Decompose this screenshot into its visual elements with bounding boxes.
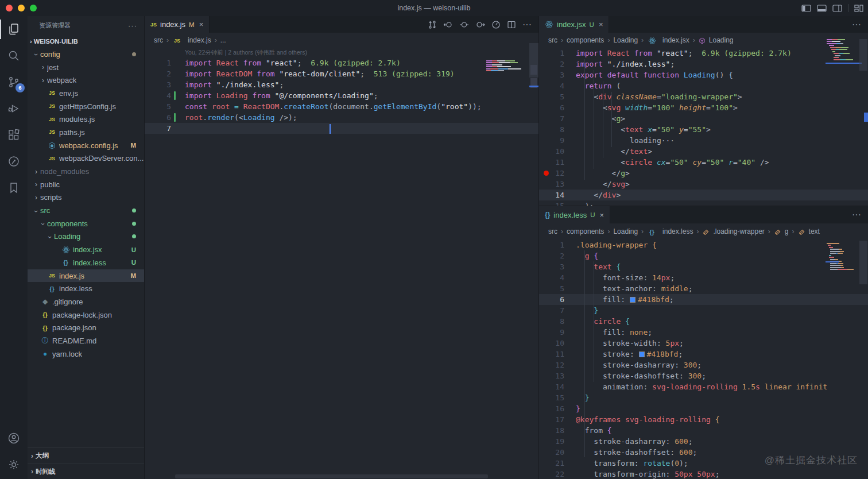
code-line[interactable]: 5const root = ReactDOM.createRoot(docume… [145, 101, 538, 112]
tree-item-package-json[interactable]: {}package.json [28, 321, 144, 334]
code-line[interactable]: 5 <div className="loading-wrapper"> [539, 91, 868, 102]
code-line[interactable]: 3export default function Loading() { [539, 69, 868, 80]
account-icon[interactable] [0, 425, 28, 451]
tree-item-readme-md[interactable]: ⓘREADME.md [28, 334, 144, 347]
tree-item-index-js[interactable]: JSindex.jsM [28, 269, 144, 283]
run-and-debug-icon[interactable] [0, 95, 28, 122]
more-actions-icon[interactable]: ··· [852, 20, 861, 30]
breadcrumb-main[interactable]: src›JSindex.js›... [145, 33, 538, 48]
tree-item-components[interactable]: ›components [28, 217, 144, 230]
code-line[interactable]: 11 stroke: #418bfd; [539, 349, 868, 360]
remote-explorer-icon[interactable] [0, 148, 28, 175]
code-line[interactable]: 12 </g> [539, 168, 868, 179]
code-line[interactable]: 15 ); [539, 200, 868, 206]
code-line[interactable]: 4 return ( [539, 80, 868, 91]
search-icon[interactable] [0, 43, 28, 69]
tree-item--gitignore[interactable]: ◆.gitignore [28, 295, 144, 308]
code-line[interactable]: 11 <circle cx="50" cy="50" r="40" /> [539, 157, 868, 168]
minimap-bottom-right[interactable] [826, 242, 862, 271]
code-line[interactable]: 9 loading··· [539, 135, 868, 146]
timeline-icon[interactable] [491, 20, 501, 29]
code-line[interactable]: 19 stroke-dasharray: 600; [539, 436, 868, 447]
breadcrumb-item[interactable]: Loading [613, 227, 638, 235]
scrollbar-bottom-right[interactable] [859, 241, 867, 284]
code-editor-top-right[interactable]: 1import React from "react"; 6.9k (gzippe… [539, 48, 868, 206]
tree-item-node-modules[interactable]: ›node_modules [28, 165, 144, 178]
breadcrumb-item[interactable]: src [154, 36, 163, 44]
code-line[interactable]: 2import ReactDOM from "react-dom/client"… [145, 68, 538, 79]
breadcrumb-item[interactable]: index.js [188, 36, 211, 44]
scrollbar-top-right[interactable] [859, 39, 867, 71]
extensions-icon[interactable] [0, 122, 28, 148]
customize-layout-icon[interactable] [854, 5, 863, 12]
next-change-icon[interactable] [475, 20, 485, 29]
tree-item-package-lock-json[interactable]: {}package-lock.json [28, 308, 144, 322]
breadcrumb-item[interactable]: ... [220, 36, 226, 44]
settings-gear-icon[interactable] [0, 451, 28, 478]
source-control-icon[interactable]: 6 [0, 69, 28, 95]
tree-item-index-jsx[interactable]: index.jsxU [28, 243, 144, 256]
tree-item-loading[interactable]: ›Loading [28, 230, 144, 244]
toggle-primary-sidebar-icon[interactable] [801, 5, 811, 12]
split-editor-icon[interactable] [507, 20, 516, 29]
breadcrumb-item[interactable]: .loading-wrapper [713, 227, 764, 235]
code-line[interactable]: 6 fill: #418bfd; [539, 294, 868, 305]
code-line[interactable]: 3import "./index.less"; [145, 79, 538, 90]
tree-item-paths-js[interactable]: JSpaths.js [28, 126, 144, 139]
tab-index-jsx[interactable]: index.jsx U × [539, 16, 609, 33]
current-change-icon[interactable] [459, 20, 469, 29]
breakpoint-icon[interactable] [544, 171, 549, 176]
close-tab-icon[interactable]: × [199, 20, 204, 29]
code-line[interactable]: 1.loading-wrapper { [539, 240, 868, 250]
toggle-secondary-sidebar-icon[interactable] [832, 5, 842, 12]
breadcrumb-item[interactable]: g [785, 227, 789, 235]
code-line[interactable]: 10 stroke-width: 5px; [539, 338, 868, 349]
minimap-top-right[interactable] [826, 38, 862, 61]
bookmarks-icon[interactable] [0, 175, 28, 201]
tree-item-env-js[interactable]: JSenv.js [28, 87, 144, 100]
previous-change-icon[interactable] [443, 20, 453, 29]
code-line[interactable]: 1import React from "react"; 6.9k (gzippe… [539, 48, 868, 59]
breadcrumb-item[interactable]: src [548, 227, 557, 235]
breadcrumb-top-right[interactable]: src›components›Loading›index.jsx›Loading [539, 33, 868, 48]
code-line[interactable]: 3 text { [539, 261, 868, 272]
breadcrumb-item[interactable]: components [567, 227, 604, 235]
toggle-panel-icon[interactable] [817, 5, 827, 12]
tab-index-less[interactable]: {} index.less U × [539, 206, 610, 223]
code-line[interactable]: 17@keyframes svg-loading-rolling { [539, 414, 868, 425]
outline-section-header[interactable]: › 大纲 [28, 448, 144, 463]
code-line[interactable]: 22 transform-origin: 50px 50px; [539, 469, 868, 479]
tab-index-js[interactable]: JS index.js M × [145, 16, 210, 33]
timeline-section-header[interactable]: › 时间线 [28, 463, 144, 479]
breadcrumb-item[interactable]: components [567, 36, 604, 44]
breadcrumb-item[interactable]: index.less [662, 227, 693, 235]
tree-item-src[interactable]: ›src [28, 204, 144, 217]
code-line[interactable]: 8 <text x="50" y="55"> [539, 124, 868, 135]
code-line[interactable]: 18 from { [539, 425, 868, 436]
code-line[interactable]: 10 </text> [539, 146, 868, 157]
minimap-main[interactable] [485, 59, 529, 72]
code-line[interactable]: 14 </div> [539, 190, 868, 200]
tree-item-config[interactable]: ›config [28, 48, 144, 61]
code-line[interactable]: 7 [145, 123, 538, 134]
more-actions-icon[interactable]: ··· [522, 20, 532, 30]
breadcrumb-bottom-right[interactable]: src›components›Loading›{}index.less›.loa… [539, 223, 868, 240]
breadcrumb-item[interactable]: Loading [613, 36, 638, 44]
breadcrumb-item[interactable]: index.jsx [662, 36, 689, 44]
code-line[interactable]: 14 animation: svg-loading-rolling 1.5s l… [539, 381, 868, 392]
tree-item-webpack[interactable]: ›webpack [28, 74, 144, 87]
code-line[interactable]: 6root.render(<Loading />); [145, 112, 538, 123]
horizontal-scrollbar-main[interactable] [175, 474, 488, 478]
code-line[interactable]: 6 <svg width="100" height="100"> [539, 102, 868, 113]
code-line[interactable]: 15 } [539, 392, 868, 403]
code-line[interactable]: 9 fill: none; [539, 327, 868, 338]
code-line[interactable]: 7 } [539, 305, 868, 316]
tree-item-webpack-config-js[interactable]: webpack.config.jsM [28, 139, 144, 152]
code-line[interactable]: 13 stroke-dashoffset: 300; [539, 370, 868, 381]
code-line[interactable]: 2import "./index.less"; [539, 59, 868, 69]
more-actions-icon[interactable]: ··· [852, 210, 861, 220]
code-line[interactable]: 5 text-anchor: middle; [539, 283, 868, 294]
tree-item-yarn-lock[interactable]: ●yarn.lock [28, 347, 144, 361]
code-line[interactable]: 12 stroke-dasharray: 300; [539, 360, 868, 370]
workspace-section-header[interactable]: › WEISON-UILIB [28, 35, 144, 48]
